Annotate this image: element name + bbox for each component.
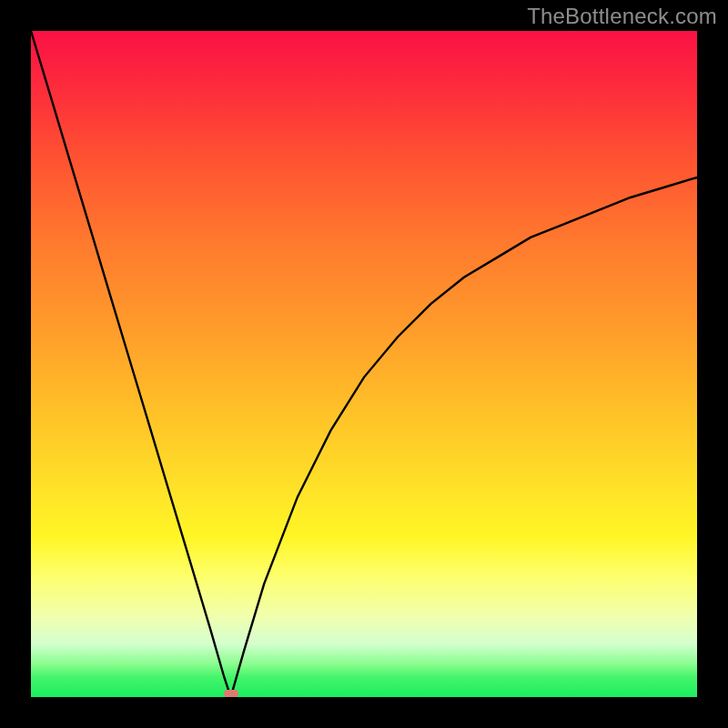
- plot-area: [31, 31, 697, 697]
- watermark-text: TheBottleneck.com: [527, 4, 717, 29]
- chart-frame: TheBottleneck.com: [0, 0, 728, 728]
- curve-path: [31, 31, 697, 697]
- notch-marker: [224, 690, 238, 697]
- bottleneck-curve: [31, 31, 697, 697]
